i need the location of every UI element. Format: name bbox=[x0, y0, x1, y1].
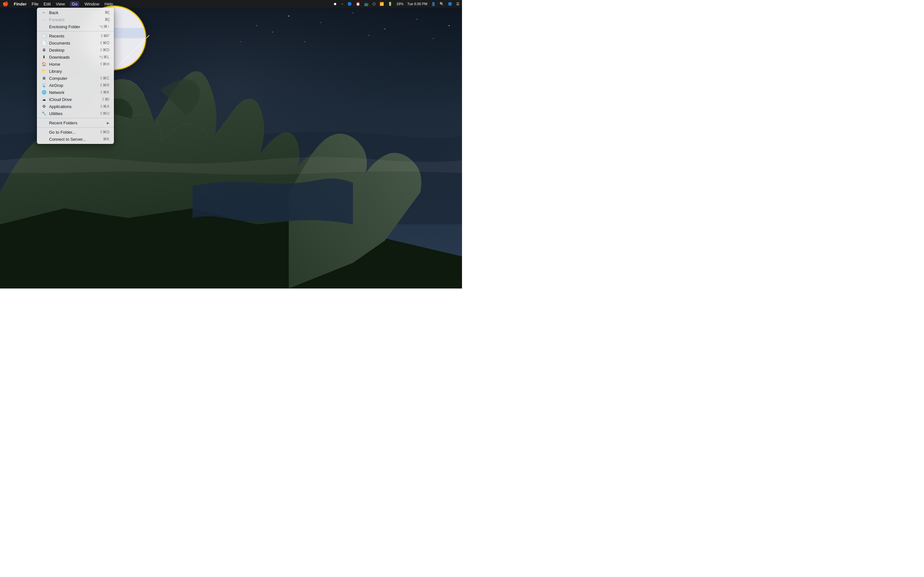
enclosing-label: Enclosing Folder bbox=[49, 24, 80, 29]
menu-item-enclosing[interactable]: Enclosing Folder ⌥⌘↑ bbox=[37, 23, 114, 30]
battery-pct: 19% bbox=[396, 2, 403, 6]
menu-item-network[interactable]: 🌐 Network ⇧⌘K bbox=[37, 89, 114, 96]
library-icon: 📁 bbox=[41, 69, 47, 74]
svg-point-6 bbox=[384, 29, 386, 29]
separator-3 bbox=[37, 127, 114, 127]
applications-shortcut: ⇧⌘A bbox=[100, 104, 110, 109]
svg-point-5 bbox=[352, 13, 353, 13]
menu-item-connect[interactable]: Connect to Server... ⌘K bbox=[37, 135, 114, 143]
documents-label: Documents bbox=[49, 41, 70, 45]
airdrop-shortcut: ⇧⌘R bbox=[99, 83, 110, 87]
menu-item-airdrop[interactable]: 📡 AirDrop ⇧⌘R bbox=[37, 82, 114, 89]
downloads-shortcut: ⌥⌘L bbox=[99, 55, 110, 59]
utilities-icon: 🔧 bbox=[41, 111, 47, 116]
enclosing-shortcut: ⌥⌘↑ bbox=[99, 24, 110, 29]
forward-shortcut: ⌘] bbox=[105, 17, 110, 22]
wifi-icon: 📶 bbox=[380, 2, 384, 6]
forward-icon: → bbox=[41, 17, 47, 22]
user-icon: 👤 bbox=[431, 2, 436, 6]
applications-icon: ⚙ bbox=[41, 104, 47, 109]
home-icon: 🏠 bbox=[41, 61, 47, 67]
enclosing-icon bbox=[41, 24, 47, 29]
menu-item-icloud[interactable]: ☁ iCloud Drive ⇧⌘I bbox=[37, 96, 114, 103]
menubar-view[interactable]: View bbox=[56, 2, 65, 6]
menu-item-back[interactable]: ← Back ⌘[ bbox=[37, 9, 114, 16]
menu-item-recent-folders[interactable]: Recent Folders ▶ bbox=[37, 119, 114, 126]
utilities-shortcut: ⇧⌘U bbox=[99, 111, 110, 116]
timemachine-icon: ⏰ bbox=[356, 2, 360, 6]
bluetooth-icon: ⬡ bbox=[373, 2, 376, 6]
menu-item-desktop[interactable]: 🖥 Desktop ⇧⌘D bbox=[37, 47, 114, 53]
svg-point-9 bbox=[449, 25, 450, 26]
computer-shortcut: ⇧⌘C bbox=[99, 76, 110, 81]
documents-icon: 📄 bbox=[41, 40, 47, 45]
recent-folders-arrow: ▶ bbox=[107, 121, 110, 125]
svg-point-7 bbox=[417, 19, 417, 19]
dropbox-icon: 🔵 bbox=[347, 2, 352, 6]
recent-folders-label: Recent Folders bbox=[49, 121, 78, 125]
menu-item-computer[interactable]: 🖥 Computer ⇧⌘C bbox=[37, 75, 114, 82]
back-shortcut: ⌘[ bbox=[105, 10, 110, 15]
menu-item-applications[interactable]: ⚙ Applications ⇧⌘A bbox=[37, 103, 114, 110]
goto-shortcut: ⇧⌘G bbox=[99, 130, 110, 134]
status-extra: ··· bbox=[341, 2, 344, 6]
menu-item-documents[interactable]: 📄 Documents ⇧⌘O bbox=[37, 39, 114, 47]
recents-icon: 🕐 bbox=[41, 33, 47, 39]
menubar-left: 🍎 Finder File Edit View Go Window Help bbox=[3, 1, 113, 7]
goto-label: Go to Folder... bbox=[49, 130, 75, 135]
utilities-label: Utilities bbox=[49, 111, 63, 116]
svg-point-11 bbox=[272, 32, 273, 32]
menubar-go[interactable]: Go bbox=[70, 1, 79, 7]
library-label: Library bbox=[49, 69, 62, 74]
home-shortcut: ⇧⌘H bbox=[99, 62, 110, 66]
connect-shortcut: ⌘K bbox=[103, 137, 110, 141]
notification-icon: ☰ bbox=[456, 2, 459, 6]
menu-item-library[interactable]: 📁 Library bbox=[37, 68, 114, 75]
svg-point-13 bbox=[368, 35, 369, 35]
connect-label: Connect to Server... bbox=[49, 137, 86, 142]
svg-point-12 bbox=[304, 41, 305, 42]
battery-icon: 🔋 bbox=[388, 2, 393, 6]
menu-item-utilities[interactable]: 🔧 Utilities ⇧⌘U bbox=[37, 110, 114, 117]
siri-icon: 🔵 bbox=[448, 2, 452, 6]
menubar-file[interactable]: File bbox=[32, 2, 39, 6]
svg-point-4 bbox=[320, 22, 321, 23]
airplay-icon: 📺 bbox=[364, 2, 368, 6]
applications-label: Applications bbox=[49, 104, 71, 109]
apple-menu[interactable]: 🍎 bbox=[3, 1, 9, 7]
svg-point-8 bbox=[433, 38, 433, 39]
icloud-label: iCloud Drive bbox=[49, 97, 72, 102]
search-icon[interactable]: 🔍 bbox=[439, 2, 444, 6]
menubar: 🍎 Finder File Edit View Go Window Help ⏺… bbox=[0, 0, 462, 8]
network-shortcut: ⇧⌘K bbox=[100, 90, 110, 95]
svg-point-10 bbox=[240, 41, 241, 42]
menu-item-downloads[interactable]: ⬇ Downloads ⌥⌘L bbox=[37, 53, 114, 61]
menubar-window[interactable]: Window bbox=[84, 2, 99, 6]
menu-item-forward: → Forward ⌘] bbox=[37, 16, 114, 23]
separator-1 bbox=[37, 31, 114, 31]
menubar-finder[interactable]: Finder bbox=[14, 2, 27, 6]
back-label: Back bbox=[49, 10, 58, 15]
airdrop-label: AirDrop bbox=[49, 83, 63, 88]
icloud-icon: ☁ bbox=[41, 97, 47, 102]
menu-item-recents[interactable]: 🕐 Recents ⇧⌘F bbox=[37, 32, 114, 39]
go-dropdown-menu: ← Back ⌘[ → Forward ⌘] Enclosing Folder … bbox=[37, 8, 114, 144]
menubar-edit[interactable]: Edit bbox=[44, 2, 51, 6]
back-icon: ← bbox=[41, 10, 47, 15]
network-label: Network bbox=[49, 90, 65, 95]
airdrop-icon: 📡 bbox=[41, 83, 47, 88]
computer-icon: 🖥 bbox=[41, 76, 47, 81]
time-display: Tue 6:00 PM bbox=[407, 2, 427, 6]
documents-shortcut: ⇧⌘O bbox=[99, 41, 110, 45]
separator-2 bbox=[37, 118, 114, 118]
forward-label: Forward bbox=[49, 17, 65, 22]
svg-point-3 bbox=[288, 16, 289, 17]
icloud-shortcut: ⇧⌘I bbox=[102, 97, 110, 102]
recents-shortcut: ⇧⌘F bbox=[100, 34, 110, 38]
connect-icon bbox=[41, 137, 47, 142]
menu-item-goto[interactable]: Go to Folder... ⇧⌘G bbox=[37, 129, 114, 135]
desktop-label: Desktop bbox=[49, 48, 65, 53]
recent-folders-icon bbox=[41, 120, 47, 125]
record-icon: ⏺ bbox=[333, 2, 337, 6]
menu-item-home[interactable]: 🏠 Home ⇧⌘H bbox=[37, 61, 114, 68]
